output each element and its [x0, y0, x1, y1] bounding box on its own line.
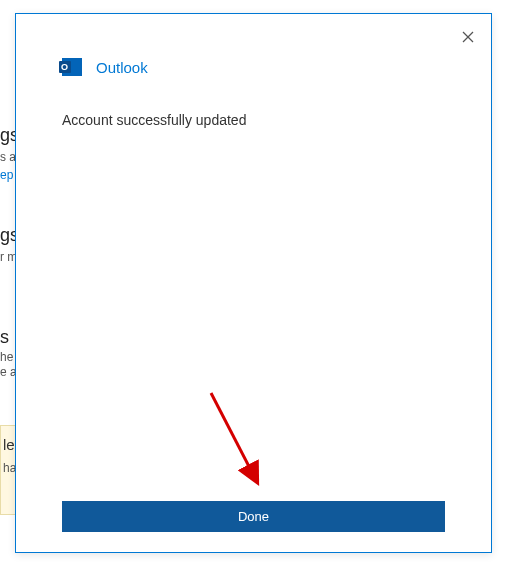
account-updated-dialog: Outlook Account successfully updated Don… — [15, 13, 492, 553]
dialog-header: Outlook — [16, 14, 491, 76]
done-button[interactable]: Done — [62, 501, 445, 532]
close-icon — [462, 31, 474, 43]
bg-heading-3: s — [0, 327, 9, 348]
bg-desc-3a: he — [0, 350, 13, 364]
close-button[interactable] — [459, 28, 477, 46]
success-message: Account successfully updated — [16, 76, 491, 128]
app-name: Outlook — [96, 59, 148, 76]
bg-warning-title: le — [3, 436, 15, 453]
outlook-icon — [62, 58, 82, 76]
